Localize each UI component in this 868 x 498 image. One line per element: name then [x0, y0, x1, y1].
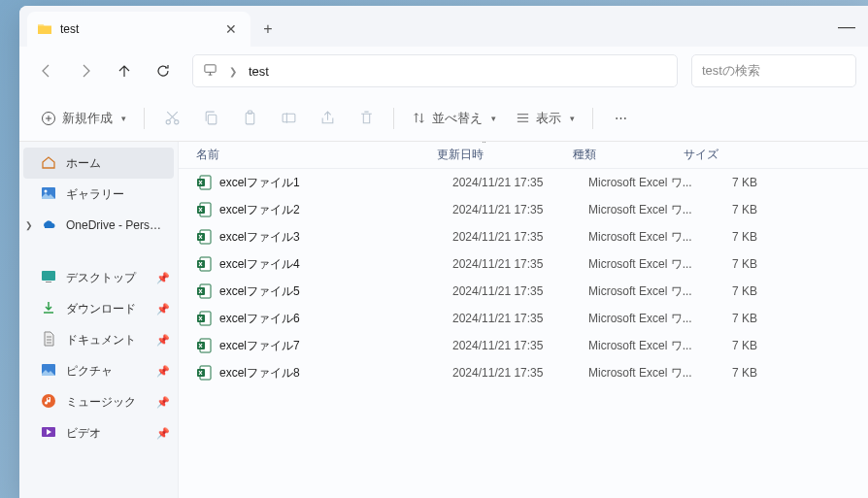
file-row[interactable]: excelファイル42024/11/21 17:35Microsoft Exce…	[179, 250, 868, 278]
toolbar: 新規作成 ▾ 並べ替え ▾ 表示 ▾ ⋯	[19, 95, 868, 142]
paste-button[interactable]	[232, 103, 267, 134]
pin-icon[interactable]: 📌	[156, 303, 170, 315]
view-label: 表示	[536, 110, 561, 127]
file-date: 2024/11/21 17:35	[452, 339, 588, 352]
video-icon	[41, 424, 56, 443]
new-tab-button[interactable]: +	[250, 12, 285, 47]
file-row[interactable]: excelファイル62024/11/21 17:35Microsoft Exce…	[179, 305, 868, 332]
window-tab[interactable]: test ✕	[27, 12, 250, 47]
column-header-name[interactable]: 名前	[196, 147, 437, 163]
copy-button[interactable]	[193, 103, 228, 134]
file-type: Microsoft Excel ワ...	[588, 338, 699, 354]
file-date: 2024/11/21 17:35	[452, 257, 588, 271]
file-date: 2024/11/21 17:35	[452, 203, 588, 216]
file-type: Microsoft Excel ワ...	[588, 365, 699, 382]
file-date: 2024/11/21 17:35	[452, 284, 588, 298]
sidebar-label: ミュージック	[66, 394, 136, 411]
navbar: ❯ test testの検索	[19, 47, 868, 95]
file-row[interactable]: excelファイル72024/11/21 17:35Microsoft Exce…	[179, 332, 868, 359]
file-row[interactable]: excelファイル32024/11/21 17:35Microsoft Exce…	[179, 223, 868, 250]
sidebar-label: ドキュメント	[66, 332, 136, 349]
svg-rect-0	[205, 64, 216, 72]
folder-icon	[37, 21, 52, 37]
sidebar-item-documents[interactable]: ドキュメント 📌	[19, 324, 178, 355]
sidebar-label: デスクトップ	[66, 270, 136, 286]
rename-button[interactable]	[271, 103, 306, 134]
sidebar-label: OneDrive - Pers…	[66, 218, 161, 232]
column-header-date[interactable]: 更新日時	[437, 147, 573, 163]
close-tab-button[interactable]: ✕	[223, 21, 239, 37]
refresh-button[interactable]	[148, 55, 179, 86]
file-row[interactable]: excelファイル82024/11/21 17:35Microsoft Exce…	[179, 359, 868, 386]
music-icon	[41, 393, 56, 412]
more-button[interactable]: ⋯	[603, 103, 638, 134]
pictures-icon	[41, 362, 56, 381]
share-button[interactable]	[310, 103, 345, 134]
forward-button[interactable]	[70, 55, 101, 86]
sidebar-label: ダウンロード	[66, 301, 136, 317]
file-size: 7 KB	[699, 257, 767, 271]
column-header-type[interactable]: 種類	[573, 147, 684, 163]
expand-icon[interactable]: ❯	[25, 220, 33, 230]
back-button[interactable]	[31, 55, 62, 86]
sort-button[interactable]: 並べ替え ▾	[404, 103, 504, 134]
file-size: 7 KB	[699, 203, 767, 216]
sidebar-item-pictures[interactable]: ピクチャ 📌	[19, 355, 178, 386]
sidebar: ホーム ギャラリー ❯ OneDrive - Pers… デスクトップ 📌 ダウ…	[19, 142, 179, 498]
pin-icon[interactable]: 📌	[156, 334, 170, 347]
up-button[interactable]	[109, 55, 140, 86]
file-size: 7 KB	[699, 339, 767, 352]
sort-indicator-icon: ˄	[482, 142, 486, 149]
search-input[interactable]: testの検索	[691, 54, 856, 87]
column-headers: ˄ 名前 更新日時 種類 サイズ	[179, 142, 868, 169]
view-button[interactable]: 表示 ▾	[508, 103, 583, 134]
file-row[interactable]: excelファイル52024/11/21 17:35Microsoft Exce…	[179, 278, 868, 305]
file-type: Microsoft Excel ワ...	[588, 229, 699, 246]
file-name: excelファイル2	[219, 202, 452, 218]
svg-point-9	[45, 189, 48, 192]
sidebar-item-onedrive[interactable]: ❯ OneDrive - Pers…	[19, 210, 178, 241]
excel-file-icon	[196, 365, 212, 381]
file-name: excelファイル1	[219, 175, 452, 191]
file-row[interactable]: excelファイル12024/11/21 17:35Microsoft Exce…	[179, 169, 868, 196]
file-name: excelファイル5	[219, 283, 452, 300]
excel-file-icon	[196, 283, 212, 299]
column-header-size[interactable]: サイズ	[684, 147, 751, 163]
pin-icon[interactable]: 📌	[156, 272, 170, 284]
document-icon	[41, 331, 56, 349]
new-button[interactable]: 新規作成 ▾	[33, 103, 134, 134]
file-list: excelファイル12024/11/21 17:35Microsoft Exce…	[179, 169, 868, 498]
pin-icon[interactable]: 📌	[156, 427, 170, 440]
sidebar-item-home[interactable]: ホーム	[23, 148, 174, 179]
file-name: excelファイル3	[219, 229, 452, 246]
sidebar-item-videos[interactable]: ビデオ 📌	[19, 417, 178, 448]
pin-icon[interactable]: 📌	[156, 396, 170, 409]
sidebar-item-music[interactable]: ミュージック 📌	[19, 386, 178, 417]
address-bar[interactable]: ❯ test	[192, 54, 678, 87]
file-type: Microsoft Excel ワ...	[588, 202, 699, 218]
content: ホーム ギャラリー ❯ OneDrive - Pers… デスクトップ 📌 ダウ…	[19, 142, 868, 498]
file-row[interactable]: excelファイル22024/11/21 17:35Microsoft Exce…	[179, 196, 868, 223]
file-size: 7 KB	[699, 176, 767, 189]
file-name: excelファイル6	[219, 311, 452, 327]
sidebar-item-desktop[interactable]: デスクトップ 📌	[19, 262, 178, 293]
pin-icon[interactable]: 📌	[156, 365, 170, 378]
svg-point-2	[166, 120, 170, 124]
chevron-down-icon: ▾	[570, 114, 575, 123]
sidebar-item-downloads[interactable]: ダウンロード 📌	[19, 293, 178, 324]
file-pane: ˄ 名前 更新日時 種類 サイズ excelファイル12024/11/21 17…	[179, 142, 868, 498]
file-date: 2024/11/21 17:35	[452, 230, 588, 244]
delete-button[interactable]	[349, 103, 384, 134]
file-name: excelファイル7	[219, 338, 452, 354]
cut-button[interactable]	[154, 103, 189, 134]
chevron-right-icon: ❯	[229, 66, 237, 77]
minimize-button[interactable]: —	[825, 6, 868, 47]
excel-file-icon	[196, 175, 212, 190]
search-placeholder: testの検索	[702, 62, 760, 80]
sort-label: 並べ替え	[432, 110, 483, 127]
download-icon	[41, 300, 56, 318]
chevron-down-icon: ▾	[121, 114, 126, 123]
monitor-icon	[203, 62, 217, 81]
sidebar-item-gallery[interactable]: ギャラリー	[19, 179, 178, 210]
file-date: 2024/11/21 17:35	[452, 176, 588, 189]
